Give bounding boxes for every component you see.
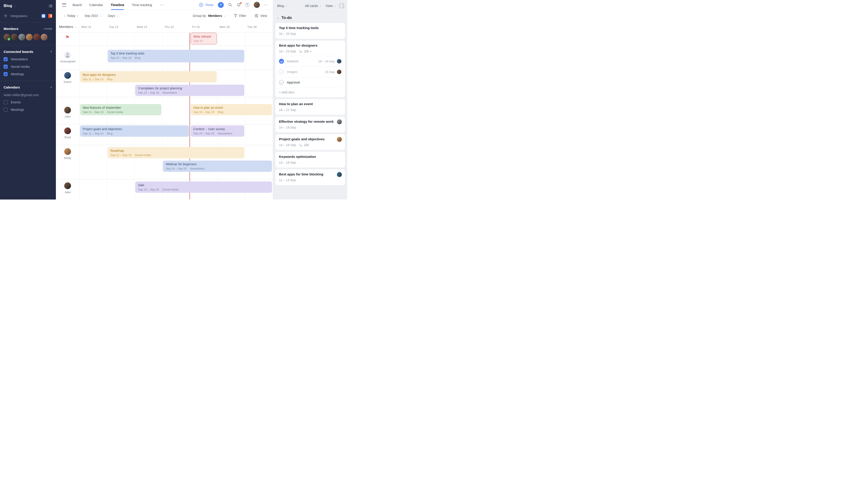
tab-time-tracking[interactable]: Time tracking [132, 0, 152, 10]
member-avatar-jake[interactable] [11, 34, 18, 40]
card-title: Webinar for beginners [166, 162, 269, 166]
todo-section-header[interactable]: ⌄ To-do [273, 12, 347, 23]
sidebar-item-integrations[interactable]: Integrations [4, 14, 52, 18]
subtask-checkbox[interactable] [279, 80, 284, 85]
menu-icon[interactable] [62, 3, 66, 7]
timeline-card-beta-release[interactable]: Beta releaseSep 15 [191, 33, 217, 44]
add-board-button[interactable]: + [50, 49, 52, 54]
collapse-sidebar-button[interactable]: ‹ [48, 4, 52, 8]
collapse-panel-button[interactable]: ‹ [340, 3, 344, 8]
subtask-row-approval[interactable]: Approval [279, 77, 341, 88]
timeline-card-webinar-for-beginners[interactable]: Webinar for beginnersSep 14 – Sep 20News… [163, 160, 272, 172]
add-card-button[interactable]: + [218, 2, 224, 8]
todo-card-meta: 11 – 14 Sep [279, 178, 341, 182]
subtask-row-images[interactable]: Images15 Sep [279, 66, 341, 77]
panel-view-selector[interactable]: View ⌄ [325, 4, 336, 8]
todo-card-best-apps-for-time-blocking[interactable]: Best apps for time blocking11 – 14 Sep [275, 169, 345, 185]
notifications-button[interactable] [237, 3, 241, 7]
member-avatar-lisa[interactable] [41, 34, 48, 40]
day-header-wed-13: Wed 13 [136, 25, 147, 28]
panel-board-label: Blog [277, 4, 284, 8]
card-title: How to plan an event [193, 106, 269, 109]
checkbox-unchecked[interactable] [4, 100, 8, 104]
timeline-card-content[interactable]: Content‹User surveySep 15 – Sep 18Newsle… [191, 125, 244, 137]
todo-card-meta: 13 – 18 Sep [279, 161, 341, 165]
member-avatar-karen[interactable] [19, 34, 25, 40]
add-item-button[interactable]: + Add item [279, 88, 341, 94]
timer-button[interactable]: Timer [199, 3, 214, 7]
invite-button[interactable]: +Invite [43, 27, 52, 31]
subtask-checkbox[interactable] [279, 69, 284, 74]
timeline-card-how-to-plan-an-event[interactable]: How to plan an eventSep 15 – Sep 19Blog [191, 104, 272, 115]
timeline-card-3-templates-for-project-planning[interactable]: 3 templates for project planningSep 13 –… [135, 85, 244, 96]
user-avatar[interactable] [254, 2, 260, 8]
todo-card-effective-strategy-for-remote-work[interactable]: Effective strategy for remote work14 – 1… [275, 117, 345, 132]
list-lines-icon [49, 5, 52, 7]
next-period-button[interactable]: › [75, 14, 80, 17]
checkbox-unchecked[interactable] [4, 108, 8, 112]
calendar-item-meetings[interactable]: Meetings [4, 108, 52, 112]
scale-selector[interactable]: Days ⌄ [108, 14, 119, 17]
tab-timeline[interactable]: Timeline [111, 0, 124, 10]
checkbox-checked[interactable] [4, 57, 8, 61]
add-calendar-button[interactable]: + [50, 85, 52, 89]
panel-board-selector[interactable]: Blog ⌄ [277, 4, 287, 8]
today-button[interactable]: Today [67, 14, 75, 17]
view-settings-button[interactable]: View [254, 14, 267, 18]
checkbox-checked[interactable] [4, 65, 8, 69]
row-member-avatar-jake [64, 107, 71, 113]
board-item-meetings[interactable]: Meetings [4, 72, 52, 76]
checkbox-checked[interactable] [4, 72, 8, 76]
board-item-newsletters[interactable]: Newsletters [4, 57, 52, 61]
timeline-card-best-apps-for-designers[interactable]: Best apps for designersSep 11 – Sep 14Bl… [80, 71, 217, 82]
tabs-overflow-button[interactable]: ⋯ [160, 0, 164, 10]
tab-calendar[interactable]: Calendar [89, 0, 103, 10]
todo-card-keywords-optimization[interactable]: Keywords optimization13 – 18 Sep [275, 152, 345, 168]
calendar-item-events[interactable]: Events [4, 100, 52, 104]
timeline-card-new-features-of-september[interactable]: New features of SeptemberSep 11 – Sep 13… [80, 104, 161, 115]
members-column-header[interactable]: Members ⌄ [59, 25, 77, 28]
card-dates: Sep 12 – Sep 18Social media [110, 154, 242, 157]
card-dates: Sep 11 – Sep 13Social media [83, 111, 159, 114]
member-avatar-aiden[interactable]: ★ [4, 34, 10, 40]
chevron-down-icon: ⌄ [277, 16, 279, 20]
timeline-card-roadmap[interactable]: RoadmapSep 12 – Sep 18Social media [108, 147, 245, 158]
board-item-social-media[interactable]: Social media [4, 65, 52, 69]
member-avatar-brad[interactable] [33, 34, 40, 40]
search-button[interactable] [228, 3, 232, 7]
timeline-card-sale[interactable]: SaleSep 13 – Sep 19Social media [135, 182, 272, 193]
filter-button[interactable]: Filter [234, 14, 246, 17]
members-section-header: Members +Invite [4, 27, 52, 31]
card-title: Beta release [193, 35, 214, 38]
row-member-avatar-karen [64, 72, 71, 79]
card-dates: Sep 15 – Sep 18Newsletters [193, 132, 241, 135]
day-header-thu-14: Thu 14 [164, 25, 174, 28]
card-title: Sale [138, 183, 269, 187]
todo-card-best-apps-for-designers[interactable]: Best apps for designers18 – 23 Sep1/3▾Co… [275, 40, 345, 97]
office-icon [48, 14, 52, 18]
tab-board[interactable]: Board [73, 0, 82, 10]
filter-label: Filter [239, 14, 246, 17]
card-dates: Sep 15 – Sep 19Blog [193, 111, 269, 114]
timeline-card-top-5-time-tracking-tools[interactable]: Top 5 time tracking toolsSep 12 – Sep 18… [108, 50, 245, 62]
todo-card-list: Top 5 time tracking tools24 – 25 SepBest… [273, 23, 347, 185]
board-switcher[interactable]: Blog ⌄ [4, 4, 16, 8]
search-icon [228, 3, 232, 7]
help-button[interactable]: ? [245, 3, 249, 7]
todo-card-top-5-time-tracking-tools[interactable]: Top 5 time tracking tools24 – 25 Sep [275, 23, 345, 39]
todo-card-how-to-plan-an-event[interactable]: How to plan an event18 – 21 Sep [275, 99, 345, 115]
subtask-checkbox-checked[interactable] [279, 59, 284, 64]
divider [0, 81, 56, 81]
calendars-header: Calendars + [4, 85, 52, 89]
row-member-label-jake: Jake [56, 115, 79, 118]
subtask-row-content[interactable]: Content18 – 19 Sep [279, 56, 341, 66]
group-by-selector[interactable]: Group by: Members ⌄ [193, 14, 225, 17]
prev-period-button[interactable]: ‹ [63, 14, 67, 17]
cards-filter-selector[interactable]: All cards ⌄ [305, 4, 321, 8]
timeline-card-project-goals-and-objectives[interactable]: Project goals and objectivesSep 11 – Sep… [80, 125, 189, 137]
member-avatar-molly[interactable] [26, 34, 33, 40]
todo-card-project-goals-and-objectives[interactable]: Project goals and objectives14 – 18 Sep1… [275, 134, 345, 150]
month-selector[interactable]: Sep 2022 ⌄ [84, 14, 102, 17]
view-label: View [260, 14, 267, 17]
more-options-button[interactable]: ⋯ [264, 3, 268, 7]
